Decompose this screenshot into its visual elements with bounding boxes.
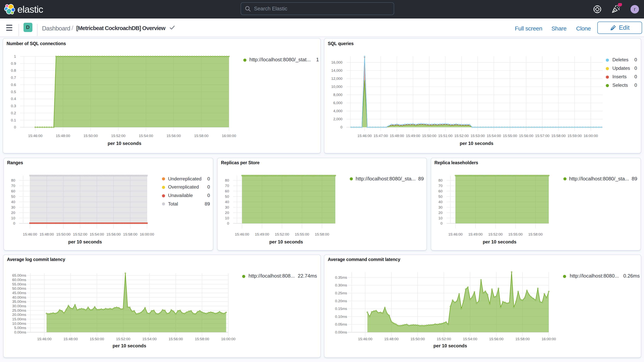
svg-text:15:49:00: 15:49:00: [255, 232, 269, 236]
svg-text:5.00ms: 5.00ms: [14, 326, 26, 330]
svg-text:70: 70: [438, 184, 442, 188]
svg-text:20.00ms: 20.00ms: [12, 313, 26, 317]
svg-text:30: 30: [438, 205, 442, 209]
svg-text:0.3: 0.3: [11, 104, 16, 108]
svg-text:30: 30: [11, 205, 15, 209]
svg-text:15:58:00: 15:58:00: [516, 337, 530, 341]
svg-text:12,000: 12,000: [331, 76, 342, 80]
svg-text:0.25ms: 0.25ms: [335, 291, 347, 295]
svg-text:per 10 seconds: per 10 seconds: [434, 343, 467, 348]
svg-text:15:49:00: 15:49:00: [468, 232, 482, 236]
svg-text:0.10ms: 0.10ms: [335, 314, 347, 319]
svg-text:15:53:00: 15:53:00: [470, 134, 485, 138]
svg-text:0.8: 0.8: [11, 68, 16, 72]
svg-text:10.00ms: 10.00ms: [12, 322, 26, 326]
svg-text:0.30ms: 0.30ms: [335, 283, 347, 287]
svg-text:0.00ms: 0.00ms: [14, 330, 26, 334]
svg-text:65.00ms: 65.00ms: [12, 273, 26, 278]
svg-text:0.5: 0.5: [11, 90, 16, 94]
svg-text:15:49:00: 15:49:00: [406, 134, 420, 138]
svg-text:20: 20: [11, 211, 15, 215]
svg-text:0.6: 0.6: [11, 83, 16, 87]
svg-text:15:58:00: 15:58:00: [315, 232, 329, 236]
svg-text:0.20ms: 0.20ms: [335, 299, 347, 303]
svg-text:15:55:00: 15:55:00: [295, 232, 309, 236]
svg-text:8,000: 8,000: [333, 93, 342, 97]
svg-text:60: 60: [225, 189, 229, 193]
svg-text:15:47:00: 15:47:00: [374, 134, 388, 138]
svg-text:15:48:00: 15:48:00: [56, 134, 70, 138]
svg-text:15:50:00: 15:50:00: [56, 232, 70, 236]
svg-text:15:56:00: 15:56:00: [519, 134, 533, 138]
svg-text:20: 20: [438, 211, 442, 215]
svg-text:15:48:00: 15:48:00: [390, 134, 404, 138]
svg-text:15:52:00: 15:52:00: [116, 337, 130, 341]
svg-text:15:54:00: 15:54:00: [139, 134, 153, 138]
svg-text:15:52:00: 15:52:00: [73, 232, 87, 236]
svg-text:15:46:00: 15:46:00: [23, 232, 37, 236]
svg-text:per 10 seconds: per 10 seconds: [68, 239, 102, 244]
svg-text:15:52:00: 15:52:00: [488, 232, 503, 236]
svg-text:10,000: 10,000: [331, 84, 342, 89]
svg-text:15:57:00: 15:57:00: [535, 134, 550, 138]
svg-text:15:54:00: 15:54:00: [463, 337, 477, 341]
svg-text:60: 60: [11, 189, 15, 193]
svg-text:0: 0: [13, 221, 15, 225]
svg-text:0.1: 0.1: [11, 118, 16, 122]
svg-text:40: 40: [225, 200, 229, 204]
svg-text:per 10 seconds: per 10 seconds: [483, 239, 516, 244]
svg-text:60: 60: [438, 189, 442, 193]
svg-text:0: 0: [440, 221, 442, 225]
svg-text:15:52:00: 15:52:00: [275, 232, 289, 236]
svg-text:16:00:00: 16:00:00: [584, 134, 598, 138]
svg-text:16:00:00: 16:00:00: [542, 337, 556, 341]
svg-text:15:58:00: 15:58:00: [195, 337, 209, 341]
svg-text:15:55:00: 15:55:00: [503, 134, 517, 138]
svg-text:15:54:00: 15:54:00: [142, 337, 156, 341]
svg-text:35.00ms: 35.00ms: [12, 300, 26, 304]
svg-text:40: 40: [438, 200, 442, 204]
svg-text:16:00:00: 16:00:00: [222, 134, 236, 138]
svg-text:15:58:00: 15:58:00: [194, 134, 208, 138]
svg-text:50: 50: [225, 194, 229, 198]
svg-text:15:46:00: 15:46:00: [28, 134, 42, 138]
svg-text:15:54:00: 15:54:00: [90, 232, 104, 236]
svg-text:50.00ms: 50.00ms: [12, 286, 26, 290]
svg-text:4,000: 4,000: [333, 109, 342, 113]
svg-text:30.00ms: 30.00ms: [12, 304, 26, 308]
svg-text:16,000: 16,000: [331, 60, 342, 64]
svg-text:15:58:00: 15:58:00: [528, 232, 542, 236]
svg-text:45.00ms: 45.00ms: [12, 291, 26, 295]
svg-text:15:46:00: 15:46:00: [37, 337, 52, 341]
svg-text:0.00ms: 0.00ms: [335, 330, 347, 334]
svg-text:0.05ms: 0.05ms: [335, 322, 347, 326]
svg-text:15:55:00: 15:55:00: [508, 232, 522, 236]
svg-text:0.35ms: 0.35ms: [335, 276, 347, 280]
svg-text:80: 80: [11, 178, 15, 182]
svg-text:15:59:00: 15:59:00: [568, 134, 582, 138]
svg-text:15:48:00: 15:48:00: [384, 337, 398, 341]
svg-text:50: 50: [438, 194, 442, 198]
svg-text:80: 80: [225, 178, 229, 182]
svg-text:30: 30: [225, 205, 229, 209]
svg-text:15:52:00: 15:52:00: [111, 134, 125, 138]
svg-text:15:46:00: 15:46:00: [235, 232, 249, 236]
svg-text:60.00ms: 60.00ms: [12, 278, 26, 282]
svg-text:10: 10: [225, 216, 229, 220]
svg-text:15:56:00: 15:56:00: [489, 337, 504, 341]
svg-text:0.2: 0.2: [11, 111, 16, 115]
svg-text:15:56:00: 15:56:00: [106, 232, 121, 236]
svg-text:15:56:00: 15:56:00: [168, 337, 183, 341]
svg-text:10: 10: [438, 216, 442, 220]
svg-text:15.00ms: 15.00ms: [12, 317, 26, 321]
svg-text:15:50:00: 15:50:00: [84, 134, 98, 138]
svg-text:15:50:00: 15:50:00: [422, 134, 436, 138]
svg-text:2,000: 2,000: [333, 117, 342, 121]
svg-text:15:58:00: 15:58:00: [551, 134, 566, 138]
svg-text:1: 1: [14, 54, 16, 58]
svg-text:16:00:00: 16:00:00: [221, 337, 236, 341]
svg-text:10: 10: [11, 216, 15, 220]
svg-text:15:46:00: 15:46:00: [448, 232, 462, 236]
svg-text:70: 70: [225, 184, 229, 188]
svg-text:15:52:00: 15:52:00: [454, 134, 469, 138]
